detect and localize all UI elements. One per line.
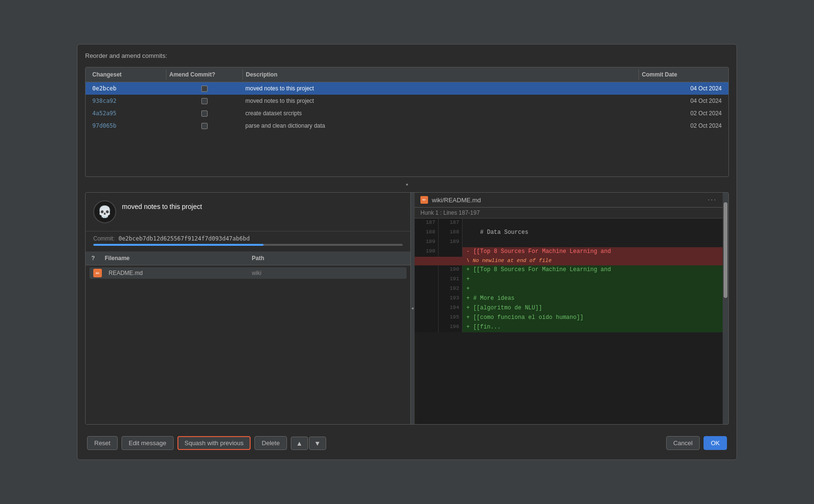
line-content: - [[Top 8 Sources For Machine Learning a…	[462, 247, 723, 257]
diff-line: 190 + [[Top 8 Sources For Machine Learni…	[415, 265, 723, 275]
table-row[interactable]: 97d065b parse and clean dictionary data …	[86, 120, 728, 132]
col-amend: Amend Commit?	[166, 69, 242, 80]
left-panel: 💀 moved notes to this project Commit: 0e…	[86, 193, 411, 424]
reset-button[interactable]: Reset	[87, 436, 118, 450]
diff-file-icon: ✏	[420, 196, 428, 204]
line-content: +	[462, 275, 723, 285]
line-num-new	[439, 247, 462, 257]
diff-line: 188 188 # Data Sources	[415, 228, 723, 238]
table-row[interactable]: 938ca92 moved notes to this project 04 O…	[86, 95, 728, 107]
row-amend-checkbox[interactable]	[166, 121, 242, 131]
col-changeset: Changeset	[89, 69, 166, 80]
line-content: + [[Top 8 Sources For Machine Learning a…	[462, 265, 723, 275]
row-date: 04 Oct 2024	[638, 84, 725, 93]
squash-button[interactable]: Squash with previous	[177, 436, 251, 450]
commit-hash-row: Commit: 0e2bceb7db12d625567f9124f7d093d4…	[86, 231, 410, 244]
move-down-button[interactable]: ▼	[309, 437, 326, 450]
line-num-old	[415, 275, 439, 285]
file-path: wiki	[250, 268, 394, 278]
table-header: Changeset Amend Commit? Description Comm…	[86, 67, 728, 82]
commit-hash-label: Commit:	[93, 235, 115, 242]
line-content: + [[fin...	[462, 323, 723, 332]
line-num-old: 187	[415, 219, 439, 228]
line-num-new: 195	[439, 313, 462, 323]
file-col-extra	[397, 253, 407, 263]
row-description: moved notes to this project	[242, 84, 638, 93]
vertical-splitter[interactable]	[85, 183, 729, 186]
file-col-name: Filename	[103, 253, 250, 263]
diff-line: 195 + [[como funciona el oído humano]]	[415, 313, 723, 323]
edit-message-button[interactable]: Edit message	[121, 436, 174, 450]
files-header: ? Filename Path	[86, 252, 410, 265]
row-changeset: 0e2bceb	[89, 84, 166, 93]
row-date: 04 Oct 2024	[638, 96, 725, 106]
dialog-title: Reorder and amend commits:	[85, 52, 729, 59]
table-row[interactable]: 0e2bceb moved notes to this project 04 O…	[86, 82, 728, 95]
file-col-question: ?	[89, 253, 103, 263]
diff-more-button[interactable]: ···	[708, 196, 717, 204]
commit-message: moved notes to this project	[122, 200, 202, 212]
line-num-old: 189	[415, 238, 439, 247]
move-up-button[interactable]: ▲	[291, 437, 308, 450]
avatar: 💀	[93, 200, 116, 223]
diff-header: ✏ wiki/README.md ···	[415, 193, 723, 208]
file-type-icon: ✏	[93, 269, 102, 277]
line-num-old: 190	[415, 247, 439, 257]
line-num-new: 188	[439, 228, 462, 238]
diff-filename-text: wiki/README.md	[432, 197, 481, 204]
line-content: + [[algoritmo de NLU]]	[462, 304, 723, 313]
diff-line: 193 + # More ideas	[415, 294, 723, 304]
line-num-new: 187	[439, 219, 462, 228]
line-num-old	[415, 323, 439, 332]
commits-table: Changeset Amend Commit? Description Comm…	[85, 67, 729, 177]
line-content	[462, 219, 723, 228]
line-num-old	[415, 294, 439, 304]
row-changeset: 97d065b	[89, 121, 166, 131]
files-section: ? Filename Path ✏ README.md wiki	[86, 252, 410, 424]
toolbar: Reset Edit message Squash with previous …	[85, 430, 729, 452]
diff-line: 196 + [[fin...	[415, 323, 723, 332]
line-num-old	[415, 285, 439, 294]
row-amend-checkbox[interactable]	[166, 84, 242, 93]
skull-icon: 💀	[98, 205, 112, 219]
commit-hash-value: 0e2bceb7db12d625567f9124f7d093d47ab6bd	[119, 235, 250, 242]
progress-bar-fill	[93, 244, 264, 246]
ok-button[interactable]: OK	[704, 436, 727, 450]
checkbox[interactable]	[201, 123, 208, 129]
checkbox[interactable]	[201, 110, 208, 117]
nav-buttons: ▲ ▼	[291, 437, 326, 450]
checkbox[interactable]	[201, 86, 208, 92]
file-name: README.md	[107, 268, 250, 278]
diff-panel: ✏ wiki/README.md ··· Hunk 1 : Lines 187-…	[415, 193, 723, 424]
line-num-old	[415, 313, 439, 323]
bottom-section: 💀 moved notes to this project Commit: 0e…	[85, 192, 729, 425]
table-row[interactable]: 4a52a95 create dataset srcripts 02 Oct 2…	[86, 107, 728, 120]
row-amend-checkbox[interactable]	[166, 97, 242, 106]
diff-line: 191 +	[415, 275, 723, 285]
checkbox[interactable]	[201, 98, 208, 104]
diff-line: 194 + [[algoritmo de NLU]]	[415, 304, 723, 313]
line-content: # Data Sources	[462, 228, 723, 238]
line-num-new: 189	[439, 238, 462, 247]
line-content: +	[462, 285, 723, 294]
line-num-old	[415, 304, 439, 313]
splitter-handle	[406, 184, 408, 186]
row-amend-checkbox[interactable]	[166, 109, 242, 118]
file-row[interactable]: ✏ README.md wiki	[89, 267, 407, 279]
row-date: 02 Oct 2024	[638, 109, 725, 118]
diff-content[interactable]: 187 187 188 188 # Data Sources 189 189	[415, 219, 723, 424]
line-content: + [[como funciona el oído humano]]	[462, 313, 723, 323]
delete-button[interactable]: Delete	[254, 436, 287, 450]
scrollbar[interactable]	[723, 193, 728, 424]
line-num-new: 193	[439, 294, 462, 304]
cancel-button[interactable]: Cancel	[666, 436, 700, 450]
line-num-new: 192	[439, 285, 462, 294]
row-changeset: 938ca92	[89, 96, 166, 106]
row-date: 02 Oct 2024	[638, 121, 725, 131]
horizontal-splitter[interactable]	[411, 193, 415, 424]
col-description: Description	[242, 69, 638, 80]
line-content	[462, 238, 723, 247]
scrollbar-thumb[interactable]	[724, 202, 727, 298]
diff-line: 187 187	[415, 219, 723, 228]
no-newline-indicator: \ No newline at end of file	[415, 257, 723, 265]
